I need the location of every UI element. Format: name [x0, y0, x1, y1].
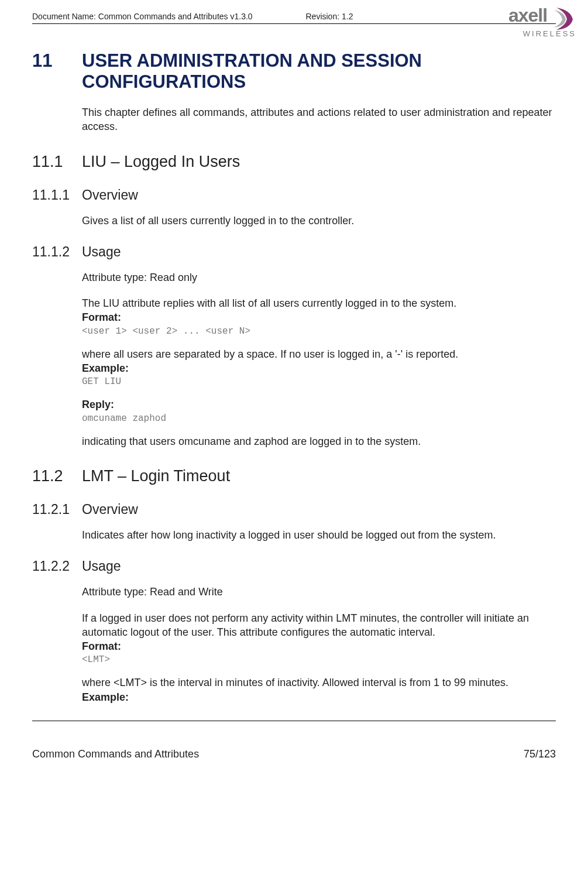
attribute-type-text: Attribute type: Read and Write [32, 585, 556, 599]
section-number: 11.1 [32, 153, 82, 171]
subsection-title-text: Overview [82, 502, 138, 517]
subsection-heading: 11.2.1 Overview [32, 502, 556, 517]
example-label: Example: [82, 362, 129, 374]
page-header: Document Name: Common Commands and Attri… [32, 12, 556, 21]
usage-desc-text: If a logged in user does not perform any… [82, 612, 529, 638]
section-title-text: LMT – Login Timeout [82, 467, 230, 485]
where-text-block: where <LMT> is the interval in minutes o… [32, 676, 556, 704]
subsection-number: 11.2.2 [32, 558, 82, 574]
subsection-number: 11.1.2 [32, 244, 82, 260]
format-code: <LMT> [32, 654, 556, 665]
subsection-number: 11.1.1 [32, 187, 82, 203]
page-footer: Common Commands and Attributes 75/123 [32, 745, 556, 760]
header-divider [32, 23, 556, 24]
subsection-heading: 11.1.1 Overview [32, 187, 556, 203]
where-text: where <LMT> is the interval in minutes o… [82, 677, 508, 688]
format-code: <user 1> <user 2> ... <user N> [32, 326, 556, 337]
section-heading: 11.1 LIU – Logged In Users [32, 153, 556, 171]
usage-desc: The LIU attribute replies with all list … [32, 296, 556, 325]
logo-sub-text: WIRELESS [508, 29, 576, 38]
where-text: where all users are separated by a space… [82, 348, 458, 360]
footer-page-number: 75/123 [524, 748, 556, 760]
chapter-number: 11 [32, 50, 82, 92]
reply-label: Reply: [82, 399, 114, 410]
reply-code: omcuname zaphod [32, 413, 556, 424]
footer-left-text: Common Commands and Attributes [32, 748, 199, 760]
logo-main-text: axell [508, 5, 547, 26]
subsection-title-text: Usage [82, 558, 121, 574]
subsection-number: 11.2.1 [32, 502, 82, 517]
format-label: Format: [82, 640, 121, 652]
subsection-title-text: Usage [82, 244, 121, 260]
logo: axell WIRELESS [508, 5, 576, 38]
section-heading: 11.2 LMT – Login Timeout [32, 467, 556, 485]
subsection-heading: 11.1.2 Usage [32, 244, 556, 260]
where-text-block: where all users are separated by a space… [32, 347, 556, 376]
overview-text: Indicates after how long inactivity a lo… [32, 528, 556, 542]
indicating-text: indicating that users omcuname and zapho… [32, 434, 556, 448]
section-title-text: LIU – Logged In Users [82, 153, 240, 171]
overview-text: Gives a list of all users currently logg… [32, 214, 556, 228]
usage-desc-text: The LIU attribute replies with all list … [82, 297, 456, 309]
chapter-intro: This chapter defines all commands, attri… [32, 105, 556, 134]
reply-label-block: Reply: [32, 397, 556, 412]
example-label: Example: [82, 691, 129, 703]
doc-name-text: Document Name: Common Commands and Attri… [32, 12, 283, 21]
chapter-title-text: USER ADMINISTRATION AND SESSION CONFIGUR… [82, 50, 556, 92]
section-number: 11.2 [32, 467, 82, 485]
subsection-title-text: Overview [82, 187, 138, 203]
usage-desc: If a logged in user does not perform any… [32, 611, 556, 654]
footer-divider [32, 721, 556, 721]
subsection-heading: 11.2.2 Usage [32, 558, 556, 574]
example-code: GET LIU [32, 376, 556, 387]
format-label: Format: [82, 311, 121, 323]
chapter-heading: 11 USER ADMINISTRATION AND SESSION CONFI… [32, 50, 556, 92]
attribute-type-text: Attribute type: Read only [32, 270, 556, 284]
